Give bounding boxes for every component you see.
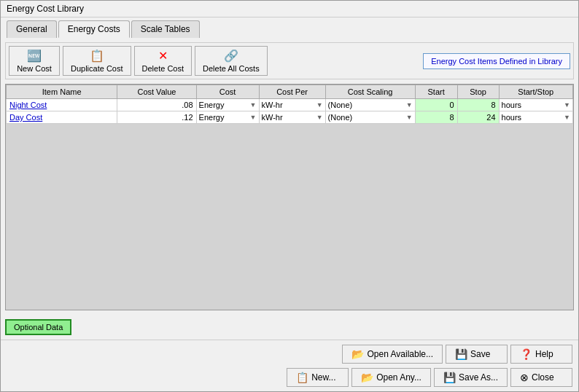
delete-cost-button[interactable]: ✕ Delete Cost	[134, 46, 192, 76]
optional-data-area: Optional Data	[5, 315, 574, 335]
open-any-button[interactable]: 📂 Open Any...	[351, 368, 431, 387]
save-as-button[interactable]: 💾 Save As...	[434, 368, 508, 387]
row1-item-name[interactable]: Night Cost	[7, 99, 117, 111]
row2-cost-value[interactable]: .12	[117, 111, 196, 124]
help-button[interactable]: ❓ Help	[510, 345, 572, 364]
open-available-button[interactable]: 📂 Open Available...	[342, 345, 443, 364]
delete-all-costs-button[interactable]: 🔗 Delete All Costs	[195, 46, 268, 76]
row2-start[interactable]: 8	[415, 111, 457, 124]
grid-container: Item Name Cost Value Cost Cost Per Cost …	[5, 84, 574, 310]
col-cost-scaling: Cost Scaling	[325, 85, 415, 99]
delete-cost-label: Delete Cost	[142, 64, 184, 73]
row2-cost-scaling[interactable]: (None) ▼	[325, 111, 415, 124]
new-cost-label: New Cost	[17, 64, 52, 73]
row1-cost-per[interactable]: kW-hr ▼	[259, 99, 325, 111]
row1-stop[interactable]: 8	[457, 99, 499, 111]
row1-cost-value[interactable]: .08	[117, 99, 196, 111]
tab-scale-tables[interactable]: Scale Tables	[131, 20, 200, 38]
col-start-stop: Start/Stop	[499, 85, 572, 99]
row1-cost[interactable]: Energy ▼	[196, 99, 259, 111]
row2-stop[interactable]: 24	[457, 111, 499, 124]
help-icon: ❓	[520, 348, 532, 360]
dropdown-arrow: ▼	[564, 114, 570, 121]
new-button[interactable]: 📋 New...	[287, 368, 349, 387]
row2-start-stop[interactable]: hours ▼	[499, 111, 572, 124]
tab-energy-costs[interactable]: Energy Costs	[58, 20, 130, 38]
col-start: Start	[415, 85, 457, 99]
row2-cost-per[interactable]: kW-hr ▼	[259, 111, 325, 124]
main-window: Energy Cost Library General Energy Costs…	[0, 0, 579, 392]
open-any-icon: 📂	[361, 372, 373, 383]
dropdown-arrow: ▼	[406, 101, 413, 109]
duplicate-cost-label: Duplicate Cost	[71, 64, 123, 73]
open-available-icon: 📂	[351, 348, 364, 360]
save-as-icon: 💾	[443, 372, 456, 383]
row2-item-name[interactable]: Day Cost	[7, 111, 117, 124]
save-icon: 💾	[455, 348, 467, 360]
title-bar: Energy Cost Library	[1, 1, 578, 17]
dropdown-arrow: ▼	[250, 101, 257, 109]
close-button[interactable]: ⊗ Close	[510, 368, 572, 387]
save-button[interactable]: 💾 Save	[446, 345, 508, 364]
delete-all-costs-label: Delete All Costs	[203, 64, 260, 73]
table-row: Day Cost .12 Energy ▼	[7, 111, 573, 124]
close-icon: ⊗	[520, 372, 529, 383]
window-title: Energy Cost Library	[7, 4, 84, 14]
data-grid: Item Name Cost Value Cost Cost Per Cost …	[6, 85, 573, 124]
new-cost-button[interactable]: 🆕 New Cost	[9, 46, 60, 76]
dropdown-arrow: ▼	[250, 114, 257, 121]
library-info: Energy Cost Items Defined in Library	[423, 53, 570, 69]
optional-data-button[interactable]: Optional Data	[5, 319, 71, 335]
row1-start[interactable]: 0	[415, 99, 457, 111]
dropdown-arrow: ▼	[564, 101, 570, 109]
delete-all-costs-icon: 🔗	[224, 49, 238, 63]
bottom-toolbar-row1: 📂 Open Available... 💾 Save ❓ Help	[1, 340, 578, 368]
dropdown-arrow: ▼	[406, 114, 413, 121]
col-cost-per: Cost Per	[259, 85, 325, 99]
grid-empty-area	[6, 124, 573, 270]
row1-cost-scaling[interactable]: (None) ▼	[325, 99, 415, 111]
toolbar: 🆕 New Cost 📋 Duplicate Cost ✕ Delete Cos…	[5, 42, 574, 79]
col-cost-value: Cost Value	[117, 85, 196, 99]
grid-header-row: Item Name Cost Value Cost Cost Per Cost …	[7, 85, 573, 99]
col-item-name: Item Name	[7, 85, 117, 99]
main-content: 🆕 New Cost 📋 Duplicate Cost ✕ Delete Cos…	[1, 38, 578, 340]
dropdown-arrow: ▼	[316, 101, 323, 109]
col-stop: Stop	[457, 85, 499, 99]
new-icon: 📋	[296, 372, 308, 383]
duplicate-cost-button[interactable]: 📋 Duplicate Cost	[63, 46, 131, 76]
dropdown-arrow: ▼	[316, 114, 323, 121]
row2-cost[interactable]: Energy ▼	[196, 111, 259, 124]
col-cost: Cost	[196, 85, 259, 99]
bottom-toolbar-row2: 📋 New... 📂 Open Any... 💾 Save As... ⊗ Cl…	[1, 368, 578, 391]
table-row: Night Cost .08 Energy ▼	[7, 99, 573, 111]
delete-cost-icon: ✕	[158, 49, 168, 63]
new-cost-icon: 🆕	[27, 49, 42, 63]
row1-start-stop[interactable]: hours ▼	[499, 99, 572, 111]
tab-bar: General Energy Costs Scale Tables	[1, 17, 578, 38]
tab-general[interactable]: General	[7, 20, 57, 38]
duplicate-cost-icon: 📋	[90, 49, 104, 63]
